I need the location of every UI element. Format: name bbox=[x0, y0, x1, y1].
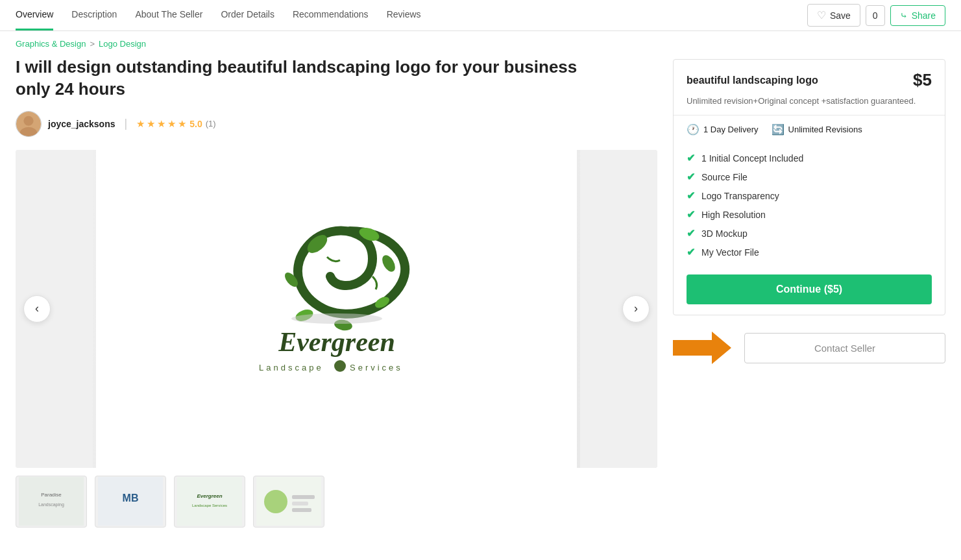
tab-description[interactable]: Description bbox=[71, 0, 117, 30]
seller-divider: | bbox=[125, 117, 128, 130]
star-2: ★ bbox=[147, 118, 155, 130]
pricing-meta: 🕐 1 Day Delivery 🔄 Unlimited Revisions bbox=[674, 116, 945, 143]
tab-reviews[interactable]: Reviews bbox=[387, 0, 421, 30]
gallery-prev-button[interactable]: ‹ bbox=[23, 295, 51, 323]
feature-6-label: My Vector File bbox=[701, 247, 759, 258]
tab-overview[interactable]: Overview bbox=[16, 0, 53, 30]
thumbnail-2[interactable]: MB bbox=[95, 476, 166, 528]
svg-text:Landscape: Landscape bbox=[259, 363, 324, 372]
heart-icon: ♡ bbox=[817, 9, 826, 21]
avatar-image bbox=[16, 111, 41, 137]
svg-text:Paradise: Paradise bbox=[41, 492, 62, 498]
svg-rect-25 bbox=[292, 495, 315, 499]
svg-text:Evergreen: Evergreen bbox=[197, 493, 222, 499]
main-image-inner: Evergreen Landscape Services bbox=[96, 150, 578, 468]
seller-name[interactable]: joyce_jacksons bbox=[48, 119, 116, 129]
thumb-1-label: Paradise Landscaping bbox=[16, 476, 86, 527]
breadcrumb-current[interactable]: Logo Design bbox=[99, 39, 146, 49]
svg-point-5 bbox=[380, 252, 398, 273]
top-navigation: Overview Description About The Seller Or… bbox=[0, 0, 961, 31]
breadcrumb: Graphics & Design > Logo Design bbox=[0, 31, 961, 56]
share-icon: ⤷ bbox=[900, 10, 908, 21]
thumbnail-3[interactable]: Evergreen Landscape Services bbox=[174, 476, 245, 528]
logo-svg: Evergreen Landscape Services bbox=[175, 186, 499, 432]
seller-info: joyce_jacksons | ★ ★ ★ ★ ★ 5.0 (1) bbox=[16, 111, 657, 137]
seller-avatar bbox=[16, 111, 42, 137]
tab-order-details[interactable]: Order Details bbox=[221, 0, 274, 30]
check-icon-4: ✔ bbox=[687, 208, 695, 221]
save-label: Save bbox=[830, 10, 851, 21]
check-icon-1: ✔ bbox=[687, 152, 695, 164]
save-count: 0 bbox=[866, 5, 885, 26]
feature-2-label: Source File bbox=[701, 172, 748, 182]
svg-text:MB: MB bbox=[123, 493, 139, 504]
svg-point-1 bbox=[23, 116, 33, 125]
svg-text:Evergreen: Evergreen bbox=[278, 327, 395, 357]
share-label: Share bbox=[912, 10, 936, 21]
feature-5-label: 3D Mockup bbox=[701, 228, 748, 239]
svg-text:Landscape Services: Landscape Services bbox=[192, 504, 227, 507]
clock-icon: 🕐 bbox=[687, 123, 699, 136]
right-column: beautiful landscaping logo $5 Unlimited … bbox=[673, 56, 945, 535]
delivery-meta: 🕐 1 Day Delivery bbox=[687, 123, 759, 136]
gallery-next-button[interactable]: › bbox=[622, 295, 650, 323]
pricing-title: beautiful landscaping logo bbox=[687, 75, 818, 86]
revisions-meta: 🔄 Unlimited Revisions bbox=[772, 123, 862, 136]
thumb-2-label: MB bbox=[95, 476, 165, 527]
check-icon-6: ✔ bbox=[687, 246, 695, 258]
left-column: I will design outstanding beautiful land… bbox=[16, 56, 657, 535]
svg-text:Services: Services bbox=[350, 363, 403, 372]
rating-number: 5.0 bbox=[189, 119, 202, 129]
contact-area: Contact Seller bbox=[673, 328, 945, 367]
refresh-icon: 🔄 bbox=[772, 123, 785, 136]
features-list: ✔ 1 Initial Concept Included ✔ Source Fi… bbox=[674, 143, 945, 272]
svg-rect-15 bbox=[19, 477, 84, 526]
svg-point-13 bbox=[334, 360, 346, 372]
star-3: ★ bbox=[157, 118, 165, 130]
feature-1-label: 1 Initial Concept Included bbox=[701, 153, 803, 164]
review-count: (1) bbox=[206, 119, 216, 128]
tab-about-seller[interactable]: About The Seller bbox=[135, 0, 202, 30]
check-icon-3: ✔ bbox=[687, 189, 695, 202]
feature-3: ✔ Logo Transparency bbox=[687, 186, 932, 205]
feature-2: ✔ Source File bbox=[687, 167, 932, 186]
svg-rect-20 bbox=[177, 477, 242, 526]
star-1: ★ bbox=[136, 118, 145, 130]
revisions-label: Unlimited Revisions bbox=[788, 125, 862, 134]
svg-rect-27 bbox=[292, 508, 311, 512]
breadcrumb-parent[interactable]: Graphics & Design bbox=[16, 39, 86, 49]
main-image: Evergreen Landscape Services ‹ › bbox=[16, 150, 657, 468]
tab-recommendations[interactable]: Recommendations bbox=[293, 0, 369, 30]
continue-button[interactable]: Continue ($5) bbox=[687, 274, 932, 304]
image-gallery: Evergreen Landscape Services ‹ › bbox=[16, 150, 657, 468]
share-button[interactable]: ⤷ Share bbox=[890, 5, 945, 26]
thumbnail-1[interactable]: Paradise Landscaping bbox=[16, 476, 87, 528]
feature-3-label: Logo Transparency bbox=[701, 191, 779, 201]
star-4: ★ bbox=[167, 118, 176, 130]
star-rating: ★ ★ ★ ★ ★ 5.0 (1) bbox=[136, 118, 215, 130]
thumbnail-4[interactable] bbox=[253, 476, 324, 528]
pricing-header: beautiful landscaping logo $5 bbox=[674, 60, 945, 90]
svg-rect-26 bbox=[292, 502, 308, 505]
main-content: I will design outstanding beautiful land… bbox=[0, 56, 961, 535]
star-5: ★ bbox=[178, 118, 186, 130]
pricing-price: $5 bbox=[913, 70, 932, 90]
delivery-label: 1 Day Delivery bbox=[703, 125, 759, 134]
svg-marker-28 bbox=[673, 332, 731, 364]
feature-4: ✔ High Resolution bbox=[687, 205, 932, 224]
check-icon-5: ✔ bbox=[687, 227, 695, 239]
feature-5: ✔ 3D Mockup bbox=[687, 224, 932, 243]
svg-point-24 bbox=[264, 490, 287, 513]
gig-title: I will design outstanding beautiful land… bbox=[16, 56, 600, 101]
contact-seller-button[interactable]: Contact Seller bbox=[744, 333, 945, 363]
breadcrumb-separator: > bbox=[90, 39, 95, 49]
check-icon-2: ✔ bbox=[687, 171, 695, 183]
feature-4-label: High Resolution bbox=[701, 210, 766, 220]
feature-1: ✔ 1 Initial Concept Included bbox=[687, 149, 932, 167]
pricing-description: Unlimited revision+Original concept +sat… bbox=[674, 90, 945, 116]
save-button[interactable]: ♡ Save bbox=[807, 4, 860, 27]
svg-point-10 bbox=[291, 313, 382, 324]
thumbnail-strip: Paradise Landscaping MB Evergr bbox=[16, 468, 657, 535]
nav-tabs: Overview Description About The Seller Or… bbox=[16, 0, 807, 30]
feature-6: ✔ My Vector File bbox=[687, 243, 932, 262]
